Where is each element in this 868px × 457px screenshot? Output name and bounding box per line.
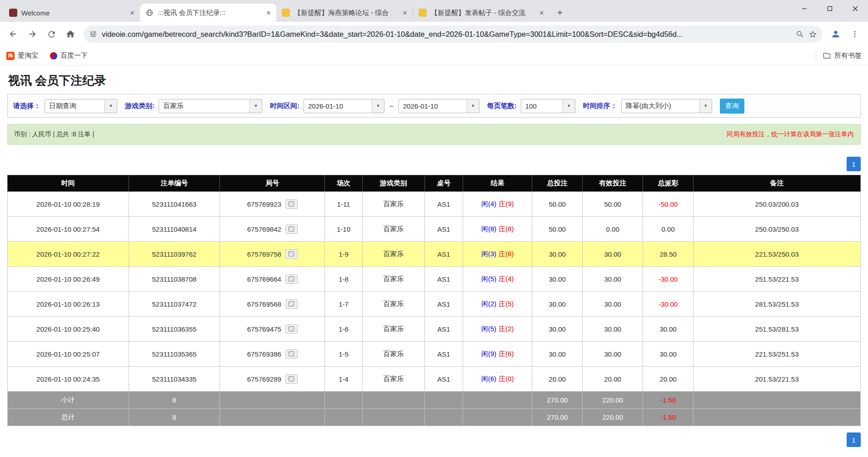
all-bookmarks-button[interactable]: 所有书签 [823,51,862,60]
new-tab-button[interactable]: + [553,6,567,20]
cell-valid-bet: 30.00 [583,292,643,317]
search-button[interactable]: 查询 [720,99,744,114]
date-start-select[interactable]: 2026-01-10 ▼ [304,99,384,113]
home-icon[interactable] [62,25,79,43]
cell-session: 1-9 [325,242,363,267]
page-number-button[interactable]: 1 [847,157,861,171]
banker-result: 庄(5) [499,300,514,308]
chevron-down-icon[interactable]: ▼ [372,99,384,113]
tab-close-icon[interactable]: ✕ [538,9,546,17]
profile-avatar-icon[interactable] [827,25,844,43]
chevron-down-icon[interactable]: ▼ [467,99,479,113]
tab-forum-1[interactable]: 【新提醒】海燕策略论坛 - 综合 ✕ [276,4,413,22]
cell-valid-bet: 20.00 [583,367,643,392]
dice-icon[interactable] [285,249,298,259]
cell-table-no: AS1 [424,267,463,292]
cell-total-bet-link[interactable]: 30.00 [532,317,583,342]
cell-table-no: AS1 [424,317,463,342]
player-result: 闲(8) [481,225,496,233]
cell-total-bet-link[interactable]: 20.00 [532,367,583,392]
dice-icon[interactable] [285,299,298,309]
tab-close-icon[interactable]: ✕ [264,9,273,17]
close-window-button[interactable] [843,0,868,17]
table-header: 时间 注单编号 局号 场次 游戏类别 桌号 结果 总投注 有效投注 总派彩 备注 [8,175,861,192]
dice-icon[interactable] [285,349,298,359]
date-end-select[interactable]: 2026-01-10 ▼ [399,99,479,113]
cell-game-type: 百家乐 [362,292,424,317]
dice-icon[interactable] [285,224,298,234]
page-title: 视讯 会员下注纪录 [8,73,861,89]
refresh-icon[interactable] [43,25,60,43]
banker-result: 庄(4) [499,275,514,283]
back-icon[interactable] [5,25,22,43]
url-bar[interactable]: videoie.com/game/betrecord_search/kind3?… [84,25,823,43]
filter-bar: 请选择： 日期查询 ▼ 游戏类别: 百家乐 ▼ 时间区间: 2026-01-10… [7,94,861,118]
tab-title: 【新提醒】海燕策略论坛 - 综合 [294,9,397,17]
cell-note: 281.53/251.53 [693,292,861,317]
maximize-button[interactable] [817,0,843,17]
range-separator: ~ [389,102,394,110]
browser-menu-icon[interactable] [846,25,863,43]
minimize-button[interactable] [792,0,817,17]
cell-table-no: AS1 [424,242,463,267]
cell-valid-bet: 30.00 [583,242,643,267]
cell-note: 251.53/281.53 [693,317,861,342]
cell-game-type: 百家乐 [362,217,424,242]
chevron-down-icon[interactable]: ▼ [563,99,575,113]
cell-time: 2026-01-10 00:25:40 [8,317,129,342]
tab-bet-records[interactable]: :::视讯 会员下注纪录::: ✕ [140,4,276,22]
dice-icon[interactable] [285,374,298,384]
dice-icon[interactable] [285,324,298,334]
cell-game-type: 百家乐 [362,242,424,267]
dice-icon[interactable] [285,199,298,209]
tab-title: 【新提醒】发表帖子 - 综合交流 [431,9,534,17]
dice-icon[interactable] [285,274,298,284]
chevron-down-icon[interactable]: ▼ [699,99,712,113]
chevron-down-icon[interactable]: ▼ [249,99,262,113]
tab-close-icon[interactable]: ✕ [128,9,136,17]
game-type-select[interactable]: 百家乐 ▼ [159,99,262,113]
cell-total-bet-link[interactable]: 30.00 [532,342,583,367]
tab-welcome[interactable]: Welcome ✕ [4,4,140,22]
cell-table-no: AS1 [424,292,463,317]
welcome-favicon-icon [9,9,17,17]
tab-close-icon[interactable]: ✕ [401,9,409,17]
cell-bet-id: 523111041663 [129,192,220,217]
table-row: 2026-01-10 00:27:22 523111039762 6757697… [8,242,861,267]
cell-time: 2026-01-10 00:24:35 [8,367,129,392]
bookmark-aitaobao[interactable]: 淘 爱淘宝 [6,51,38,60]
cell-payout: 20.00 [643,367,693,392]
subtotal-count: 8 [129,392,220,409]
page-number-button[interactable]: 1 [847,432,861,447]
cell-total-bet-link[interactable]: 50.00 [532,192,583,217]
site-settings-icon[interactable] [89,30,97,38]
cell-bet-id: 523111034335 [129,367,220,392]
cell-total-bet-link[interactable]: 30.00 [532,267,583,292]
sort-select[interactable]: 降幂(由大到小) ▼ [621,99,712,113]
subtotal-valid-bet: 220.00 [583,392,643,409]
cell-session: 1-7 [325,292,363,317]
bookmark-baidu[interactable]: 百度一下 [50,51,88,60]
bookmark-star-icon[interactable] [808,30,817,39]
pagination-bottom: 1 [7,432,861,447]
tab-title: :::视讯 会员下注纪录::: [158,9,260,17]
per-page-label: 每页笔数: [487,102,517,110]
total-valid-bet: 220.00 [583,409,643,426]
sort-label: 时间排序： [583,102,617,110]
chevron-down-icon[interactable]: ▼ [105,99,117,113]
per-page-select[interactable]: 100 ▼ [521,99,575,113]
cell-total-bet-link[interactable]: 30.00 [532,292,583,317]
tab-forum-2[interactable]: 【新提醒】发表帖子 - 综合交流 ✕ [413,4,549,22]
url-text[interactable]: videoie.com/game/betrecord_search/kind3?… [102,30,791,39]
query-type-select[interactable]: 日期查询 ▼ [45,99,117,113]
zoom-icon[interactable] [796,30,804,38]
cell-session: 1-4 [325,367,363,392]
forward-icon[interactable] [24,25,41,43]
cell-total-bet-link[interactable]: 50.00 [532,217,583,242]
cell-total-bet-link[interactable]: 30.00 [532,242,583,267]
table-row: 2026-01-10 00:27:54 523111040814 6757698… [8,217,861,242]
table-row: 2026-01-10 00:25:07 523111035365 6757693… [8,342,861,367]
cell-bet-id: 523111040814 [129,217,220,242]
table-row: 2026-01-10 00:28:19 523111041663 6757699… [8,192,861,217]
cell-payout: 28.50 [643,242,693,267]
